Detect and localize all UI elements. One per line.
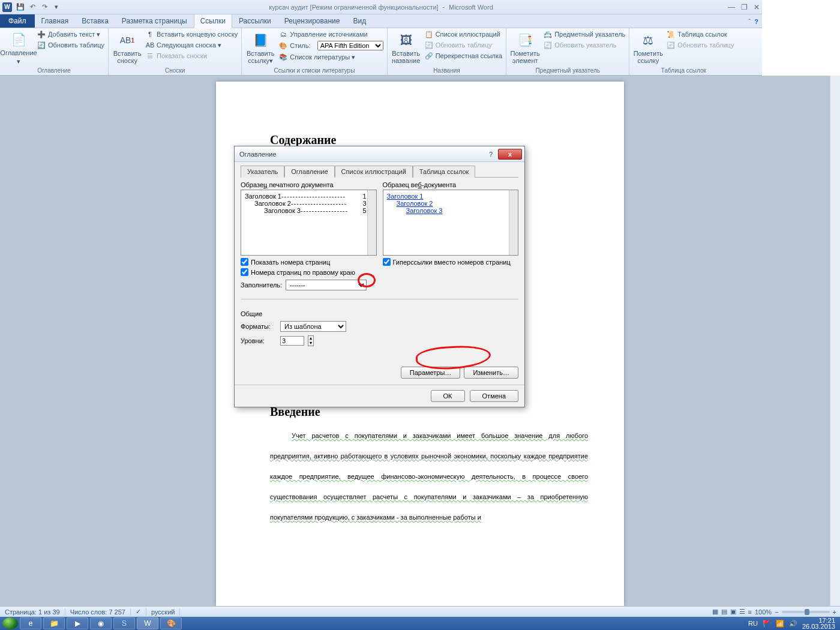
options-button[interactable]: Параметры… (401, 367, 461, 379)
manage-sources-button[interactable]: 🗂Управление источниками (279, 29, 383, 39)
tab-layout[interactable]: Разметка страницы (115, 14, 194, 28)
tab-references[interactable]: Ссылки (194, 14, 232, 28)
update-toa-button[interactable]: 🔄Обновить таблицу (667, 40, 734, 50)
group-index: 📑Пометить элемент 📇Предметный указатель … (506, 28, 629, 75)
cross-reference-button[interactable]: 🔗Перекрестная ссылка (425, 51, 503, 61)
formats-dropdown[interactable]: Из шаблона (280, 321, 346, 332)
update-table-button[interactable]: 🔄Обновить таблицу (37, 40, 104, 50)
insert-toa-button[interactable]: 📜Таблица ссылок (667, 29, 734, 39)
print-preview-label: Образец печатного документа (241, 181, 377, 188)
group-label: Сноски (112, 67, 238, 75)
hyperlinks-checkbox[interactable]: Гиперссылки вместо номеров страниц (383, 258, 519, 266)
qat-redo-icon[interactable]: ↷ (39, 2, 50, 13)
group-authorities: ⚖Пометить ссылку 📜Таблица ссылок 🔄Обнови… (629, 28, 737, 75)
dlgtab-authorities[interactable]: Таблица ссылок (413, 166, 476, 178)
heading-contents: Содержание (270, 133, 588, 147)
group-label: Названия (391, 67, 503, 75)
bibliography-button[interactable]: 📚Список литературы ▾ (279, 52, 383, 62)
print-preview: Заголовок 1-----------------------1 Заго… (241, 190, 377, 256)
group-toc: 📄Оглавление▾ ➕Добавить текст ▾ 🔄Обновить… (0, 28, 109, 75)
modify-button[interactable]: Изменить… (464, 367, 518, 379)
levels-spinner[interactable] (280, 336, 304, 346)
add-text-button[interactable]: ➕Добавить текст ▾ (37, 29, 104, 39)
window-restore-icon[interactable]: ❐ (741, 3, 748, 11)
group-label: Ссылки и списки литературы (245, 67, 383, 75)
title-bar: W 💾 ↶ ↷ ▾ курсач аудит [Режим ограниченн… (0, 0, 762, 14)
tab-home[interactable]: Главная (35, 14, 76, 28)
tab-mailings[interactable]: Рассылки (232, 14, 278, 28)
group-footnotes: AB1Вставить сноску ¶Вставить концевую сн… (109, 28, 242, 75)
general-label: Общие (241, 310, 518, 317)
dialog-help-icon[interactable]: ? (484, 151, 498, 158)
insert-endnote-button[interactable]: ¶Вставить концевую сноску (146, 29, 238, 39)
next-footnote-button[interactable]: ABСледующая сноска ▾ (146, 40, 238, 50)
dlgtab-figures[interactable]: Список иллюстраций (335, 166, 413, 178)
word-icon: W (2, 2, 12, 12)
dlgtab-index[interactable]: Указатель (241, 166, 284, 178)
dialog-title: Оглавление (239, 151, 276, 158)
group-captions: 🖼Вставить название 📋Список иллюстраций 🔄… (388, 28, 507, 75)
ok-button[interactable]: ОК (431, 390, 465, 402)
leader-label: Заполнитель: (241, 281, 282, 289)
web-preview-label: Образец веб-документа (383, 181, 519, 188)
preview-scrollbar[interactable] (509, 190, 518, 255)
cancel-button[interactable]: Отмена (470, 390, 518, 402)
window-title: курсач аудит [Режим ограниченной функцио… (0, 3, 762, 11)
body-paragraph: Учет расчетов с покупателями и заказчика… (270, 425, 588, 527)
qat-customize-icon[interactable]: ▾ (51, 2, 62, 13)
dialog-close-icon[interactable]: х (498, 149, 522, 160)
ribbon-tabs: Файл Главная Вставка Разметка страницы С… (0, 14, 762, 28)
mark-entry-button[interactable]: 📑Пометить элемент (510, 29, 540, 67)
qat-undo-icon[interactable]: ↶ (27, 2, 38, 13)
qat-save-icon[interactable]: 💾 (15, 2, 26, 13)
insert-footnote-button[interactable]: AB1Вставить сноску (112, 29, 142, 67)
tab-file[interactable]: Файл (0, 14, 35, 28)
window-minimize-icon[interactable]: — (728, 3, 735, 11)
insert-index-button[interactable]: 📇Предметный указатель (544, 29, 625, 39)
preview-scrollbar[interactable] (367, 190, 376, 255)
group-citations: 📘Вставить ссылку▾ 🗂Управление источникам… (242, 28, 387, 75)
toc-dialog: Оглавление ? х Указатель Оглавление Спис… (234, 146, 525, 407)
help-icon[interactable]: ? (754, 18, 758, 25)
window-close-icon[interactable]: ✕ (754, 3, 760, 11)
web-preview: Заголовок 1 Заголовок 2 Заголовок 3 (383, 190, 519, 256)
insert-citation-button[interactable]: 📘Вставить ссылку▾ (245, 29, 275, 67)
group-label: Оглавление (4, 67, 104, 75)
update-index-button[interactable]: 🔄Обновить указатель (544, 40, 625, 50)
formats-label: Форматы: (241, 323, 277, 330)
group-label: Предметный указатель (510, 67, 625, 75)
dialog-tabs: Указатель Оглавление Список иллюстраций … (241, 166, 518, 178)
group-label: Таблица ссылок (633, 67, 734, 75)
insert-caption-button[interactable]: 🖼Вставить название (391, 29, 421, 67)
tab-insert[interactable]: Вставка (75, 14, 115, 28)
table-of-figures-button[interactable]: 📋Список иллюстраций (425, 29, 503, 39)
mark-citation-button[interactable]: ⚖Пометить ссылку (633, 29, 663, 67)
dlgtab-toc[interactable]: Оглавление (284, 166, 334, 178)
update-tof-button[interactable]: 🔄Обновить таблицу (425, 40, 503, 50)
leader-dropdown[interactable]: ------- (286, 280, 367, 290)
tab-review[interactable]: Рецензирование (278, 14, 347, 28)
ribbon-minimize-icon[interactable]: ˆ (749, 18, 751, 25)
show-page-numbers-checkbox[interactable]: Показать номера страниц (241, 258, 377, 266)
levels-label: Уровни: (241, 337, 277, 344)
toc-button[interactable]: 📄Оглавление▾ (4, 29, 34, 67)
right-align-checkbox[interactable]: Номера страниц по правому краю (241, 268, 377, 276)
show-notes-button[interactable]: ☰Показать сноски (146, 51, 238, 61)
tab-view[interactable]: Вид (346, 14, 373, 28)
style-dropdown[interactable]: 🎨Стиль: APA Fifth Edition (279, 40, 383, 51)
ribbon: 📄Оглавление▾ ➕Добавить текст ▾ 🔄Обновить… (0, 28, 762, 76)
spinner-buttons[interactable]: ▴▾ (308, 335, 314, 346)
dialog-titlebar[interactable]: Оглавление ? х (235, 146, 524, 162)
